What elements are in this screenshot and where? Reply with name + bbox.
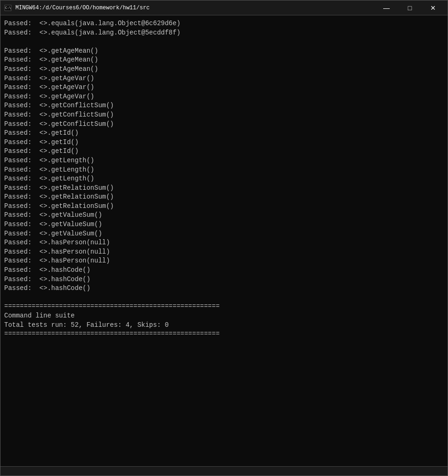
- console-line: Passed: <>.getId(): [4, 147, 79, 155]
- console-line: Passed: <>.getLength(): [4, 175, 94, 182]
- console-line: Passed: <>.hasPerson(null): [4, 257, 110, 264]
- console-line: Passed: <>.equals(java.lang.Object@5ecdd…: [4, 29, 180, 36]
- console-wrapper: Passed: <>.equals(java.lang.Object@6c629…: [0, 15, 448, 466]
- close-button[interactable]: ✕: [422, 1, 444, 14]
- terminal-icon: C:\: [4, 4, 12, 12]
- summary-line: Command line suite: [4, 312, 75, 319]
- console-line: Passed: <>.getId(): [4, 129, 79, 137]
- console-line: Passed: <>.hashCode(): [4, 276, 90, 283]
- console-line: Passed: <>.getValueSum(): [4, 211, 102, 219]
- summary-line: Total tests run: 52, Failures: 4, Skips:…: [4, 321, 169, 329]
- console-line: Passed: <>.getAgeVar(): [4, 75, 94, 82]
- console-line: Passed: <>.getConflictSum(): [4, 120, 114, 128]
- console-line: Passed: <>.getAgeMean(): [4, 47, 98, 55]
- console-line: Passed: <>.hashCode(): [4, 266, 90, 274]
- window-controls: — □ ✕: [376, 1, 444, 14]
- console-line: Passed: <>.getValueSum(): [4, 230, 102, 237]
- console-line: Passed: <>.getLength(): [4, 166, 94, 173]
- maximize-button[interactable]: □: [399, 1, 420, 14]
- console-line: Passed: <>.getRelationSum(): [4, 202, 114, 210]
- console-line: Passed: <>.getAgeMean(): [4, 56, 98, 63]
- window-title: MINGW64:/d/Courses6/OO/homework/hw11/src: [15, 5, 372, 11]
- console-line: Passed: <>.getLength(): [4, 157, 94, 164]
- console-line: Passed: <>.getAgeMean(): [4, 65, 98, 73]
- console-line: Passed: <>.getConflictSum(): [4, 111, 114, 118]
- separator-line: ========================================…: [4, 303, 220, 310]
- minimize-button[interactable]: —: [376, 1, 397, 14]
- console-line: Passed: <>.hasPerson(null): [4, 239, 110, 246]
- console-output[interactable]: Passed: <>.equals(java.lang.Object@6c629…: [0, 15, 448, 466]
- console-line: Passed: <>.getId(): [4, 138, 79, 146]
- separator-line: ========================================…: [4, 330, 220, 338]
- svg-text:C:\: C:\: [5, 6, 11, 10]
- title-bar: C:\ MINGW64:/d/Courses6/OO/homework/hw11…: [0, 0, 448, 15]
- console-line: Passed: <>.getValueSum(): [4, 221, 102, 228]
- console-line: Passed: <>.getConflictSum(): [4, 102, 114, 109]
- console-line: Passed: <>.equals(java.lang.Object@6c629…: [4, 20, 180, 27]
- bottom-bar: [0, 466, 448, 476]
- console-line: Passed: <>.getAgeVar(): [4, 93, 94, 100]
- console-line: Passed: <>.hashCode(): [4, 284, 90, 292]
- console-line: Passed: <>.hasPerson(null): [4, 248, 110, 255]
- terminal-window: C:\ MINGW64:/d/Courses6/OO/homework/hw11…: [0, 0, 448, 476]
- console-line: Passed: <>.getRelationSum(): [4, 193, 114, 200]
- console-line: Passed: <>.getRelationSum(): [4, 184, 114, 192]
- console-line: Passed: <>.getAgeVar(): [4, 83, 94, 91]
